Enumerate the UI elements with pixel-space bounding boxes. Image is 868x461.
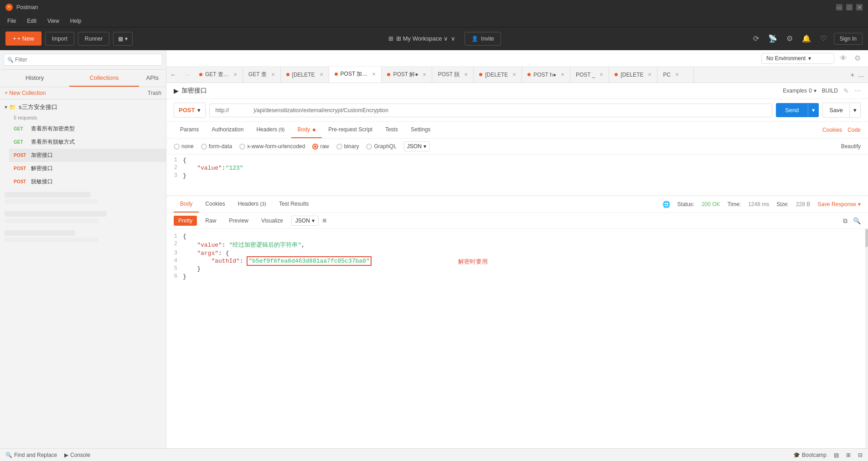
back-button[interactable]: ← xyxy=(166,71,180,78)
send-dropdown-button[interactable]: ▾ xyxy=(808,103,819,117)
tab-post-encrypt[interactable]: POST 加… ✕ xyxy=(329,67,382,83)
tab-tests[interactable]: Tests xyxy=(379,122,404,138)
request-item-post-encrypt[interactable]: POST 加密接口 xyxy=(9,149,166,162)
request-body-editor[interactable]: 1 { 2 "value":"123" 3 } xyxy=(166,155,868,196)
notification-icon[interactable]: 🔔 xyxy=(800,32,813,45)
tab-delete-1[interactable]: [DELETE ✕ xyxy=(281,67,329,83)
import-button[interactable]: Import xyxy=(45,32,74,46)
invite-button[interactable]: 👤 Invite xyxy=(465,32,501,46)
tab-delete-2[interactable]: [DELETE ✕ xyxy=(474,67,522,83)
examples-button[interactable]: Examples 0 ▾ xyxy=(783,88,816,94)
trash-button[interactable]: Trash xyxy=(148,90,161,96)
sidebar-tab-apis[interactable]: APIs xyxy=(139,70,166,87)
tab-post-h[interactable]: POST h● ✕ xyxy=(522,67,570,83)
url-input[interactable] xyxy=(209,104,772,117)
tab-close-icon[interactable]: ✕ xyxy=(512,72,516,77)
tab-authorization[interactable]: Authorization xyxy=(205,122,250,138)
tab-params[interactable]: Params xyxy=(174,122,205,138)
eye-icon[interactable]: 👁 xyxy=(838,52,849,64)
tab-pc[interactable]: PC ✕ xyxy=(657,67,694,83)
filter-input[interactable] xyxy=(4,54,162,66)
tab-close-icon[interactable]: ✕ xyxy=(271,72,275,77)
tab-pre-request-script[interactable]: Pre-request Script xyxy=(322,122,379,138)
save-dropdown-button[interactable]: ▾ xyxy=(850,103,861,118)
signin-button[interactable]: Sign In xyxy=(834,33,863,45)
scrollbar-track[interactable] xyxy=(865,229,868,448)
close-button[interactable]: ✕ xyxy=(856,4,863,10)
collapse-icon[interactable]: ▶ xyxy=(174,87,179,94)
forward-button[interactable]: → xyxy=(180,71,194,78)
format-visualize-button[interactable]: Visualize xyxy=(257,216,288,226)
console-button[interactable]: ▶ Console xyxy=(64,452,90,458)
tab-get-2[interactable]: GET 查 ✕ xyxy=(243,67,281,83)
tab-close-icon[interactable]: ✕ xyxy=(648,72,651,77)
tab-delete-3[interactable]: [DELETE ✕ xyxy=(609,67,657,83)
bootcamp-button[interactable]: 🎓 Bootcamp xyxy=(793,452,827,458)
add-tab-button[interactable]: + xyxy=(851,71,854,78)
save-button[interactable]: Save xyxy=(822,103,850,118)
copy-button[interactable]: ⧉ xyxy=(843,217,847,225)
format-pretty-button[interactable]: Pretty xyxy=(174,216,197,226)
tab-headers[interactable]: Headers (9) xyxy=(250,122,291,138)
tab-close-icon[interactable]: ✕ xyxy=(423,72,426,77)
option-graphql[interactable]: GraphQL xyxy=(366,143,396,150)
tab-close-icon[interactable]: ✕ xyxy=(675,72,679,77)
sidebar-tab-history[interactable]: History xyxy=(0,70,69,87)
request-item-get-desensitize[interactable]: GET 查看所有脱敏方式 xyxy=(9,135,166,149)
resp-tab-body[interactable]: Body xyxy=(174,196,199,212)
tab-get-1[interactable]: GET 查… ✕ xyxy=(194,67,243,83)
send-button[interactable]: Send xyxy=(776,103,808,117)
save-response-button[interactable]: Save Response ▾ xyxy=(817,201,861,207)
menu-edit[interactable]: Edit xyxy=(25,17,38,25)
more-icon[interactable]: ⋯ xyxy=(854,87,861,94)
settings-icon[interactable]: ⚙ xyxy=(785,32,795,45)
tab-post-decrypt[interactable]: POST 解● ✕ xyxy=(382,67,432,83)
resp-tab-test-results[interactable]: Test Results xyxy=(273,196,315,212)
tab-close-icon[interactable]: ✕ xyxy=(233,72,237,77)
tab-post-tuo[interactable]: POST 脱 ✕ xyxy=(432,67,474,83)
method-selector[interactable]: POST ▾ xyxy=(174,103,206,118)
find-replace-button[interactable]: 🔍 Find and Replace xyxy=(5,452,57,458)
request-item-get-encrypt-types[interactable]: GET 查看所有加密类型 xyxy=(9,122,166,135)
maximize-button[interactable]: □ xyxy=(846,4,852,10)
tab-close-icon[interactable]: ✕ xyxy=(464,72,468,77)
tab-post-underscore[interactable]: POST _ ✕ xyxy=(570,67,609,83)
menu-view[interactable]: View xyxy=(46,17,61,25)
capture-button[interactable]: ▦ ▾ xyxy=(113,32,133,46)
edit-icon[interactable]: ✎ xyxy=(843,87,849,94)
new-button[interactable]: + + New xyxy=(5,31,41,46)
tab-close-icon[interactable]: ✕ xyxy=(561,72,564,77)
minimize-button[interactable]: — xyxy=(836,4,842,10)
collection-header[interactable]: ▾ 📁 s三方安全接口 xyxy=(0,99,166,115)
layout-3-button[interactable]: ⊟ xyxy=(858,452,863,458)
layout-1-button[interactable]: ▤ xyxy=(834,452,839,458)
build-button[interactable]: BUILD xyxy=(822,88,838,94)
more-tabs-button[interactable]: … xyxy=(858,71,864,78)
menu-file[interactable]: File xyxy=(5,17,18,25)
cookies-link[interactable]: Cookies xyxy=(822,127,842,133)
config-icon[interactable]: ⚙ xyxy=(852,52,863,64)
format-preview-button[interactable]: Preview xyxy=(224,216,253,226)
option-binary[interactable]: binary xyxy=(336,143,359,150)
json-format-selector[interactable]: JSON ▾ xyxy=(404,141,429,151)
tab-close-icon[interactable]: ✕ xyxy=(599,72,603,77)
tab-close-icon[interactable]: ✕ xyxy=(320,72,323,77)
sidebar-tab-collections[interactable]: Collections xyxy=(69,70,139,87)
option-none[interactable]: none xyxy=(174,143,194,150)
option-form-data[interactable]: form-data xyxy=(201,143,232,150)
resp-json-format-selector[interactable]: JSON ▾ xyxy=(291,216,319,226)
option-raw[interactable]: raw xyxy=(312,143,329,150)
resp-tab-cookies[interactable]: Cookies xyxy=(199,196,231,212)
layout-2-button[interactable]: ⊞ xyxy=(846,452,851,458)
menu-help[interactable]: Help xyxy=(68,17,83,25)
runner-button[interactable]: Runner xyxy=(78,32,109,46)
beautify-button[interactable]: Beautify xyxy=(841,143,861,150)
code-link[interactable]: Code xyxy=(847,127,861,133)
resp-tab-headers[interactable]: Headers (3) xyxy=(232,196,273,212)
new-collection-button[interactable]: + New Collection xyxy=(5,90,46,96)
tab-close-icon[interactable]: ✕ xyxy=(372,72,376,77)
environment-selector[interactable]: No Environment ▾ xyxy=(761,53,834,64)
search-response-button[interactable]: 🔍 xyxy=(853,217,861,225)
request-item-post-desensitize[interactable]: POST 脱敏接口 xyxy=(9,175,166,188)
format-raw-button[interactable]: Raw xyxy=(201,216,221,226)
